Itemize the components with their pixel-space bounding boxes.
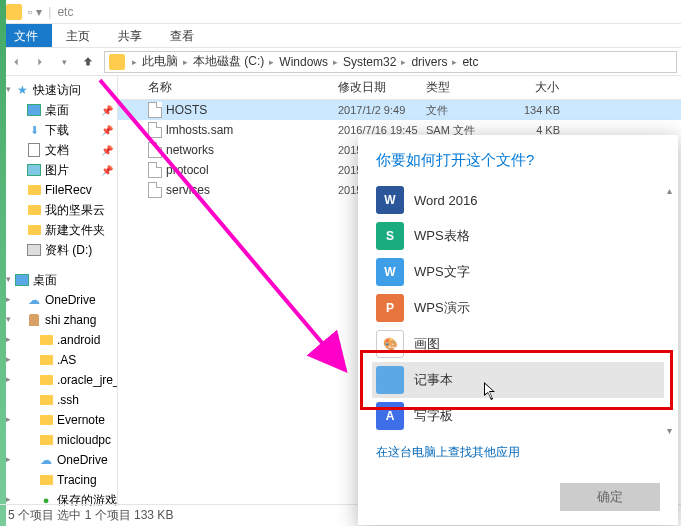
folder-icon <box>6 4 22 20</box>
app-item[interactable]: 记事本 <box>372 362 664 398</box>
nav-item[interactable]: .ssh <box>3 390 117 410</box>
expand-icon[interactable]: ▸ <box>3 454 13 464</box>
path-seg[interactable]: drivers <box>409 55 449 69</box>
col-type[interactable]: 类型 <box>426 79 510 96</box>
expand-icon[interactable]: ▸ <box>3 374 13 384</box>
file-name: lmhosts.sam <box>166 123 233 137</box>
file-row[interactable]: HOSTS2017/1/2 9:49文件134 KB <box>118 100 681 120</box>
nav-item[interactable]: 图片📌 <box>3 160 117 180</box>
nav-tree[interactable]: ▾快速访问桌面📌下载📌文档📌图片📌FileRecv我的坚果云新建文件夹资料 (D… <box>0 76 118 506</box>
nav-item[interactable]: Tracing <box>3 470 117 490</box>
nav-item[interactable]: ▸.oracle_jre_us <box>3 370 117 390</box>
app-item[interactable]: PWPS演示 <box>372 290 664 326</box>
path-seg[interactable]: 此电脑 <box>140 53 180 70</box>
expand-icon[interactable]: ▾ <box>3 274 13 284</box>
app-icon: S <box>376 222 404 250</box>
disk-icon <box>27 243 41 257</box>
tab-file[interactable]: 文件 <box>0 24 52 47</box>
col-name[interactable]: 名称 <box>148 79 338 96</box>
nav-forward[interactable] <box>28 50 52 74</box>
app-item[interactable]: A写字板 <box>372 398 664 434</box>
cloud-icon <box>39 453 53 467</box>
path-seg[interactable]: System32 <box>341 55 398 69</box>
nav-item[interactable]: ▾桌面 <box>3 270 117 290</box>
path-seg[interactable]: Windows <box>277 55 330 69</box>
file-icon <box>148 182 162 198</box>
expand-icon[interactable]: ▸ <box>3 494 13 504</box>
col-size[interactable]: 大小 <box>510 79 560 96</box>
column-headers[interactable]: 名称 修改日期 类型 大小 <box>118 76 681 100</box>
file-name: networks <box>166 143 214 157</box>
tab-home[interactable]: 主页 <box>52 24 104 47</box>
nav-item[interactable]: ▸.AS <box>3 350 117 370</box>
app-list[interactable]: WWord 2016SWPS表格WWPS文字PWPS演示🎨画图记事本A写字板 <box>358 182 678 434</box>
file-icon <box>148 102 162 118</box>
chevron-icon[interactable]: ▸ <box>330 57 341 67</box>
chevron-icon[interactable]: ▸ <box>449 57 460 67</box>
app-label: WPS演示 <box>414 299 470 317</box>
folder-icon <box>27 203 41 217</box>
desktop-icon <box>27 103 41 117</box>
expand-icon[interactable]: ▾ <box>3 84 13 94</box>
path-box[interactable]: ▸ 此电脑 ▸ 本地磁盘 (C:) ▸ Windows ▸ System32 ▸… <box>104 51 677 73</box>
nav-item[interactable]: ▸OneDrive <box>3 290 117 310</box>
ok-button[interactable]: 确定 <box>560 483 660 511</box>
nav-item[interactable]: ▸.android <box>3 330 117 350</box>
nav-up[interactable] <box>76 50 100 74</box>
nav-back[interactable] <box>4 50 28 74</box>
nav-item[interactable]: 我的坚果云 <box>3 200 117 220</box>
nav-item[interactable]: 文档📌 <box>3 140 117 160</box>
nav-item[interactable]: 资料 (D:) <box>3 240 117 260</box>
path-folder-icon <box>109 54 125 70</box>
expand-icon[interactable]: ▸ <box>3 294 13 304</box>
path-seg[interactable]: etc <box>460 55 480 69</box>
nav-item[interactable]: micloudpc <box>3 430 117 450</box>
folder-icon <box>39 393 53 407</box>
expand-icon[interactable]: ▾ <box>3 314 13 324</box>
nav-item[interactable]: ▾快速访问 <box>3 80 117 100</box>
nav-item[interactable]: 桌面📌 <box>3 100 117 120</box>
chevron-icon[interactable]: ▸ <box>180 57 191 67</box>
nav-label: 我的坚果云 <box>45 202 105 219</box>
status-text: 5 个项目 选中 1 个项目 133 KB <box>8 507 173 524</box>
desktop-icon <box>15 273 29 287</box>
expand-icon[interactable]: ▸ <box>3 334 13 344</box>
scroll-down-icon[interactable]: ▾ <box>667 425 672 436</box>
app-item[interactable]: SWPS表格 <box>372 218 664 254</box>
nav-recent[interactable]: ▾ <box>52 50 76 74</box>
file-icon <box>148 122 162 138</box>
address-bar: ▾ ▸ 此电脑 ▸ 本地磁盘 (C:) ▸ Windows ▸ System32… <box>0 48 681 76</box>
expand-icon[interactable]: ▸ <box>3 354 13 364</box>
path-seg[interactable]: 本地磁盘 (C:) <box>191 53 266 70</box>
app-item[interactable]: WWord 2016 <box>372 182 664 218</box>
chevron-icon[interactable]: ▸ <box>129 57 140 67</box>
nav-item[interactable]: 新建文件夹 <box>3 220 117 240</box>
app-label: 画图 <box>414 335 440 353</box>
app-label: WPS文字 <box>414 263 470 281</box>
chevron-icon[interactable]: ▸ <box>266 57 277 67</box>
nav-item[interactable]: FileRecv <box>3 180 117 200</box>
tab-share[interactable]: 共享 <box>104 24 156 47</box>
nav-label: 快速访问 <box>33 82 81 99</box>
nav-item[interactable]: ▸Evernote <box>3 410 117 430</box>
pic-icon <box>27 163 41 177</box>
cloud-icon <box>27 293 41 307</box>
titlebar: ▫ ▾ | etc <box>0 0 681 24</box>
doc-icon <box>27 143 41 157</box>
nav-item[interactable]: ▾shi zhang <box>3 310 117 330</box>
col-date[interactable]: 修改日期 <box>338 79 426 96</box>
file-name: services <box>166 183 210 197</box>
more-apps-link[interactable]: 在这台电脑上查找其他应用 <box>358 434 678 471</box>
app-item[interactable]: 🎨画图 <box>372 326 664 362</box>
nav-item[interactable]: ▸OneDrive <box>3 450 117 470</box>
user-icon <box>27 313 41 327</box>
tab-view[interactable]: 查看 <box>156 24 208 47</box>
expand-icon[interactable]: ▸ <box>3 414 13 424</box>
window-title: etc <box>57 5 73 19</box>
chevron-icon[interactable]: ▸ <box>398 57 409 67</box>
nav-item[interactable]: 下载📌 <box>3 120 117 140</box>
title-mini-icon2: ▾ <box>36 5 42 19</box>
app-item[interactable]: WWPS文字 <box>372 254 664 290</box>
nav-label: .AS <box>57 353 76 367</box>
nav-label: micloudpc <box>57 433 111 447</box>
